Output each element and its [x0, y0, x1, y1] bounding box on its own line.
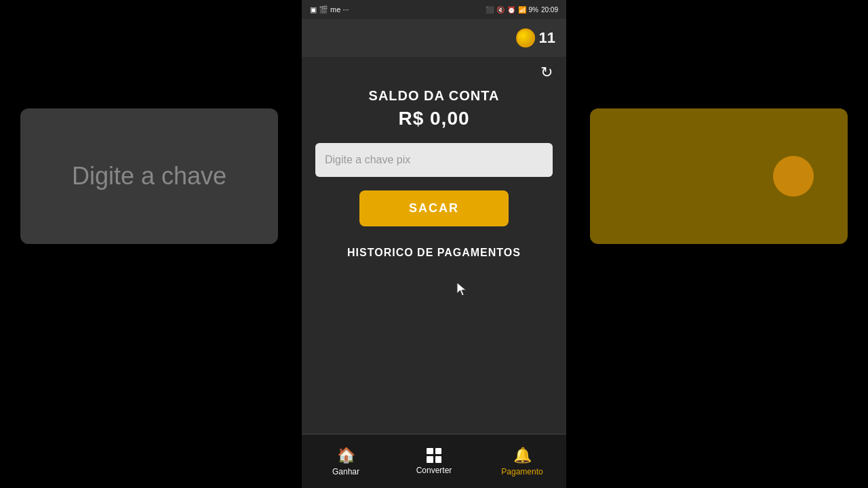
grid-cell-2 — [435, 448, 442, 455]
nav-label-pagamento: Pagamento — [501, 467, 542, 476]
grid-cell-4 — [435, 456, 442, 463]
main-content: ↻ SALDO DA CONTA R$ 0,00 SACAR HISTORICO… — [302, 57, 566, 434]
balance-title: SALDO DA CONTA — [369, 88, 500, 104]
alarm-icon: ⏰ — [507, 6, 515, 14]
bell-icon: 🔔 — [513, 447, 532, 464]
nav-label-ganhar: Ganhar — [332, 467, 359, 476]
grid-cell-1 — [427, 448, 433, 455]
signal-bars: 📶 — [518, 6, 526, 14]
bottom-navigation: 🏠 Ganhar Converter 🔔 Pagamento — [302, 434, 566, 488]
sacar-button[interactable]: SACAR — [359, 190, 509, 226]
coin-count: 11 — [539, 29, 555, 47]
phone-frame: ▣ 🎬 me ··· ⬛ 🔇 ⏰ 📶 9% 20:09 11 ↻ SALDO D… — [302, 0, 566, 488]
nav-item-converter[interactable]: Converter — [390, 434, 478, 488]
grid-icon — [427, 448, 441, 463]
app-icons: ▣ 🎬 me ··· — [310, 5, 349, 14]
background-left-panel: Digite a chave — [20, 108, 278, 244]
history-title: HISTORICO DE PAGAMENTOS — [315, 247, 553, 259]
balance-section: SALDO DA CONTA R$ 0,00 — [369, 88, 500, 129]
refresh-button[interactable]: ↻ — [540, 64, 553, 81]
status-right: ⬛ 🔇 ⏰ 📶 9% 20:09 — [486, 6, 558, 14]
status-bar: ▣ 🎬 me ··· ⬛ 🔇 ⏰ 📶 9% 20:09 — [302, 0, 566, 19]
coin-container: 11 — [516, 28, 555, 47]
background-left-text: Digite a chave — [72, 162, 226, 190]
status-left: ▣ 🎬 me ··· — [310, 5, 349, 14]
background-circle — [773, 156, 814, 197]
time-display: 20:09 — [541, 6, 558, 14]
cast-icon: ⬛ — [486, 6, 494, 14]
nav-label-converter: Converter — [416, 466, 452, 475]
header-area: 11 — [302, 19, 566, 57]
home-icon: 🏠 — [337, 447, 355, 464]
history-section: HISTORICO DE PAGAMENTOS — [315, 247, 553, 259]
battery-level: 9% — [529, 6, 538, 14]
pix-input-container — [315, 143, 553, 177]
balance-amount: R$ 0,00 — [369, 108, 500, 129]
nav-item-ganhar[interactable]: 🏠 Ganhar — [302, 434, 390, 488]
refresh-row: ↻ — [315, 64, 553, 81]
pix-key-input[interactable] — [315, 143, 553, 177]
nav-item-pagamento[interactable]: 🔔 Pagamento — [478, 434, 566, 488]
grid-cell-3 — [427, 456, 433, 463]
coin-icon — [516, 28, 535, 47]
sound-icon: 🔇 — [496, 6, 505, 14]
